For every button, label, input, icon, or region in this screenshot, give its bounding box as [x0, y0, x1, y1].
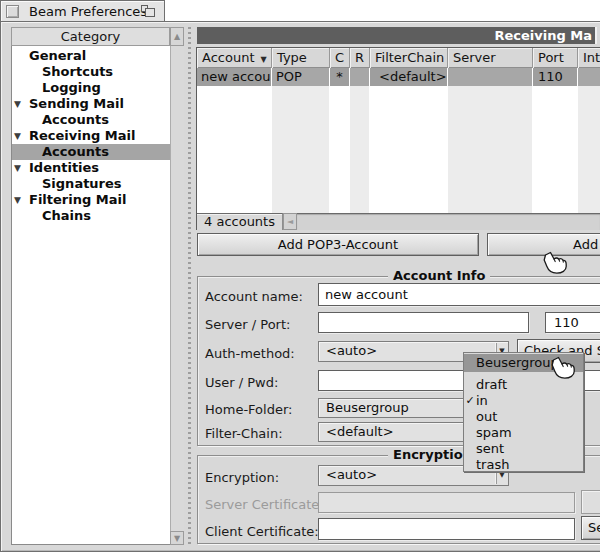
expander-triangle-icon[interactable]: ▼ [14, 160, 21, 176]
encryption-label: Encryption: [205, 470, 279, 485]
cell-interval [578, 68, 600, 86]
server-certificate-input [318, 492, 575, 513]
cell-filterchain: <default> [370, 68, 447, 86]
home-folder-label: Home-Folder: [205, 402, 292, 417]
sidebar-splitter[interactable] [188, 27, 191, 545]
account-name-label: Account name: [205, 289, 303, 304]
scroll-down-button[interactable]: ▼ [170, 531, 184, 545]
menu-item-draft[interactable]: draft [464, 377, 583, 393]
table-row-selected[interactable]: new account POP * <default> 110 [197, 68, 600, 86]
account-name-input[interactable] [318, 283, 600, 306]
column-stripe [578, 68, 600, 213]
column-header-interval[interactable]: Inte [578, 48, 600, 68]
column-stripe [448, 68, 532, 213]
port-input[interactable] [545, 312, 600, 333]
cell-server [448, 68, 532, 86]
auth-method-label: Auth-method: [205, 346, 295, 361]
server-port-label: Server / Port: [205, 317, 290, 332]
sort-desc-icon: ▼ [261, 55, 267, 64]
client-certificate-input[interactable] [318, 518, 575, 540]
status-count: 4 accounts [197, 213, 283, 230]
cursor-hand-icon [549, 356, 576, 379]
cell-r [350, 68, 369, 86]
menu-item-spam[interactable]: spam [464, 425, 583, 441]
menu-item-out[interactable]: out [464, 409, 583, 425]
sidebar-item-chains[interactable]: Chains [12, 208, 170, 224]
window-tab[interactable]: Beam Preferences [0, 0, 165, 21]
filter-chain-label: Filter-Chain: [205, 426, 283, 441]
cell-type: POP [272, 68, 329, 86]
column-header-account[interactable]: Account▼ [197, 48, 272, 68]
category-tree: General Shortcuts Logging ▼Sending Mail … [12, 48, 170, 224]
category-header: Category [11, 27, 170, 46]
checkmark-icon: ✓ [464, 393, 476, 409]
column-stripe [197, 68, 271, 213]
scroll-up-button[interactable]: ▲ [170, 27, 184, 46]
sidebar-item-logging[interactable]: Logging [12, 80, 170, 96]
server-input[interactable] [318, 312, 529, 333]
expander-triangle-icon[interactable]: ▼ [14, 128, 21, 144]
sidebar-item-identities[interactable]: ▼Identities [12, 160, 170, 176]
server-certificate-label: Server Certificate: [205, 497, 324, 512]
menu-item-trash[interactable]: trash [464, 457, 583, 473]
close-button[interactable] [6, 5, 19, 18]
client-certificate-label: Client Certificate: [205, 524, 319, 539]
expander-triangle-icon[interactable]: ▼ [14, 192, 21, 208]
sidebar-item-receiving-accounts-selected[interactable]: Accounts [12, 144, 170, 160]
expander-triangle-icon[interactable]: ▼ [14, 96, 21, 112]
menu-item-sent[interactable]: sent [464, 441, 583, 457]
window-title: Beam Preferences [29, 3, 147, 20]
client-certificate-select-button[interactable]: Se [581, 516, 600, 540]
column-header-r[interactable]: R [350, 48, 370, 68]
column-header-type[interactable]: Type [272, 48, 330, 68]
zoom-button[interactable] [141, 5, 157, 18]
column-stripe [350, 68, 369, 213]
h-scrollbar-track[interactable] [297, 213, 600, 230]
cell-account: new account [197, 68, 271, 86]
column-header-c[interactable]: C [330, 48, 350, 68]
sidebar-item-shortcuts[interactable]: Shortcuts [12, 64, 170, 80]
column-stripe [272, 68, 329, 213]
panel-title-bar: Receiving Ma [197, 27, 597, 44]
column-stripe [330, 68, 349, 213]
sidebar-item-general[interactable]: General [12, 48, 170, 64]
screen: Beam Preferences Category ▲ ▼ General Sh… [0, 0, 600, 553]
group-title-account-info: Account Info [388, 268, 490, 283]
column-stripe [370, 68, 447, 213]
scroll-left-button[interactable]: ◄ [283, 213, 297, 230]
sidebar-item-sending-mail[interactable]: ▼Sending Mail [12, 96, 170, 112]
zoom-icon [145, 8, 155, 17]
column-header-filterchain[interactable]: FilterChain [370, 48, 448, 68]
scrollbar-track[interactable] [170, 46, 184, 531]
cursor-hand-icon [541, 251, 568, 274]
sidebar-item-receiving-mail[interactable]: ▼Receiving Mail [12, 128, 170, 144]
column-header-server[interactable]: Server [448, 48, 533, 68]
column-stripe [533, 68, 577, 213]
server-certificate-select-button [581, 490, 600, 514]
menu-item-in[interactable]: ✓in [464, 393, 583, 409]
sidebar-item-sending-accounts[interactable]: Accounts [12, 112, 170, 128]
sidebar-item-signatures[interactable]: Signatures [12, 176, 170, 192]
sidebar-item-filtering-mail[interactable]: ▼Filtering Mail [12, 192, 170, 208]
column-header-port[interactable]: Port [533, 48, 578, 68]
add-pop3-account-button[interactable]: Add POP3-Account [197, 233, 479, 256]
user-pwd-label: User / Pwd: [205, 375, 278, 390]
cell-check: * [330, 68, 349, 86]
cell-port: 110 [533, 68, 577, 86]
